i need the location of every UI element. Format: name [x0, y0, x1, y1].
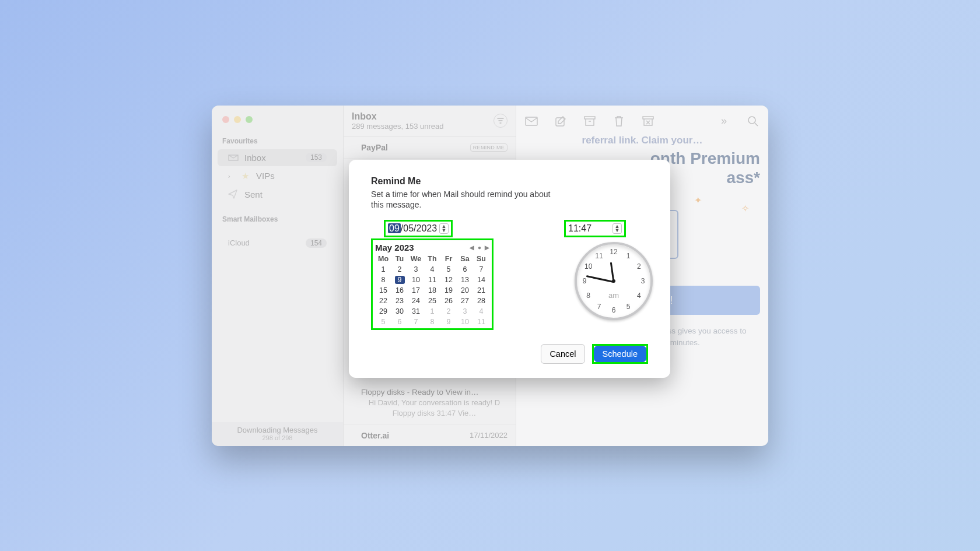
calendar-day[interactable]: 15 — [375, 285, 391, 296]
calendar-day[interactable]: 31 — [408, 306, 424, 317]
message-item-otter[interactable]: Otter.ai 17/11/2022 — [344, 425, 516, 446]
inbox-icon — [228, 153, 239, 162]
stepper-down-icon[interactable]: ▼ — [613, 229, 621, 233]
archive-icon[interactable] — [583, 114, 597, 128]
message-item-paypal[interactable]: PayPal REMIND ME — [344, 137, 516, 159]
calendar-day[interactable]: 11 — [473, 317, 489, 327]
remind-me-tag: REMIND ME — [470, 143, 508, 152]
list-subtitle: 289 messages, 153 unread — [352, 122, 494, 131]
calendar-day[interactable]: 7 — [473, 264, 489, 275]
search-icon[interactable] — [746, 114, 760, 128]
message-date: 17/11/2022 — [470, 431, 508, 440]
calendar-day[interactable]: 4 — [424, 264, 440, 275]
calendar-day[interactable]: 4 — [473, 306, 489, 317]
clock-minute-hand[interactable] — [586, 275, 614, 283]
calendar-day[interactable]: 10 — [457, 317, 473, 327]
calendar-day[interactable]: 9 — [391, 275, 408, 285]
calendar-widget: May 2023 ◀ ● ▶ MoTuWeThFrSaSu 1234567891… — [371, 238, 494, 330]
window-controls — [212, 111, 343, 134]
calendar-day[interactable]: 19 — [440, 285, 457, 296]
close-window-button[interactable] — [222, 116, 229, 123]
calendar-day[interactable]: 3 — [408, 264, 424, 275]
calendar-day[interactable]: 21 — [473, 285, 489, 296]
sparkle-icon: ✧ — [741, 203, 749, 214]
clock-number: 6 — [612, 306, 616, 314]
calendar-day[interactable]: 12 — [440, 275, 457, 285]
calendar-day[interactable]: 11 — [424, 275, 440, 285]
compose-icon[interactable] — [554, 114, 568, 128]
sidebar-item-icloud[interactable]: iCloud 154 — [218, 235, 337, 251]
chevron-right-icon: › — [228, 173, 234, 180]
calendar-day[interactable]: 13 — [457, 275, 473, 285]
message-preview: Hi David, Your conversation is ready! D … — [361, 398, 508, 418]
junk-icon[interactable] — [641, 114, 655, 128]
calendar-day[interactable]: 23 — [391, 296, 408, 306]
clock-number: 8 — [586, 292, 590, 300]
filter-icon[interactable] — [494, 114, 508, 128]
calendar-day[interactable]: 27 — [457, 296, 473, 306]
cancel-button[interactable]: Cancel — [541, 344, 584, 364]
svg-point-4 — [748, 117, 755, 124]
calendar-day[interactable]: 2 — [440, 306, 457, 317]
sidebar-item-sent[interactable]: Sent — [218, 186, 337, 203]
calendar-day[interactable]: 8 — [424, 317, 440, 327]
calendar-day[interactable]: 6 — [457, 264, 473, 275]
inbox-badge: 153 — [306, 153, 327, 162]
clock-number: 10 — [584, 262, 592, 271]
calendar-day[interactable]: 26 — [440, 296, 457, 306]
clock-number: 3 — [641, 277, 645, 285]
calendar-day[interactable]: 29 — [375, 306, 391, 317]
message-list-header: Inbox 289 messages, 153 unread — [344, 106, 516, 137]
downloading-progress: 298 of 298 — [212, 434, 343, 441]
calendar-day[interactable]: 20 — [457, 285, 473, 296]
calendar-day[interactable]: 1 — [424, 306, 440, 317]
calendar-day[interactable]: 9 — [440, 317, 457, 327]
date-input[interactable]: 09/05/2023 — [388, 223, 437, 234]
calendar-day[interactable]: 5 — [440, 264, 457, 275]
calendar-prev-icon[interactable]: ◀ — [470, 244, 474, 251]
sidebar-item-inbox[interactable]: Inbox 153 — [218, 149, 337, 166]
calendar-day[interactable]: 10 — [408, 275, 424, 285]
content-toolbar: » — [524, 111, 760, 131]
calendar-day[interactable]: 24 — [408, 296, 424, 306]
envelope-icon[interactable] — [524, 114, 538, 128]
calendar-day[interactable]: 3 — [457, 306, 473, 317]
vips-label: VIPs — [256, 171, 327, 181]
stepper-down-icon[interactable]: ▼ — [440, 229, 448, 233]
time-input[interactable]: 11:47 — [568, 223, 610, 234]
calendar-day[interactable]: 25 — [424, 296, 440, 306]
calendar-day[interactable]: 17 — [408, 285, 424, 296]
list-title: Inbox — [352, 111, 494, 122]
message-item-floppy[interactable]: Floppy disks - Ready to View in… Hi Davi… — [344, 380, 516, 424]
calendar-day[interactable]: 16 — [391, 285, 408, 296]
calendar-day[interactable]: 7 — [408, 317, 424, 327]
calendar-day[interactable]: 22 — [375, 296, 391, 306]
calendar-today-icon[interactable]: ● — [478, 244, 481, 251]
minimize-window-button[interactable] — [234, 116, 241, 123]
calendar-grid: MoTuWeThFrSaSu 1234567891011121314151617… — [375, 254, 489, 327]
schedule-button[interactable]: Schedule — [594, 346, 646, 362]
svg-rect-0 — [526, 117, 537, 125]
more-icon[interactable]: » — [717, 114, 731, 128]
clock-number: 9 — [583, 277, 587, 285]
calendar-day[interactable]: 8 — [375, 275, 391, 285]
calendar-next-icon[interactable]: ▶ — [485, 244, 489, 251]
zoom-window-button[interactable] — [246, 116, 253, 123]
calendar-dow: Tu — [391, 254, 408, 264]
calendar-day[interactable]: 5 — [375, 317, 391, 327]
time-stepper[interactable]: ▲▼ — [612, 223, 622, 234]
calendar-day[interactable]: 14 — [473, 275, 489, 285]
calendar-day[interactable]: 28 — [473, 296, 489, 306]
message-subject: Floppy disks - Ready to View in… — [361, 388, 508, 396]
date-stepper[interactable]: ▲▼ — [439, 223, 449, 234]
calendar-day[interactable]: 30 — [391, 306, 408, 317]
clock-face[interactable]: am 121234567891011 — [575, 242, 653, 320]
clock-widget: am 121234567891011 — [575, 237, 648, 315]
date-day-selected[interactable]: 09 — [388, 223, 401, 233]
calendar-day[interactable]: 2 — [391, 264, 408, 275]
calendar-day[interactable]: 6 — [391, 317, 408, 327]
trash-icon[interactable] — [612, 114, 626, 128]
calendar-day[interactable]: 1 — [375, 264, 391, 275]
calendar-day[interactable]: 18 — [424, 285, 440, 296]
sidebar-item-vips[interactable]: › ★ VIPs — [218, 167, 337, 185]
